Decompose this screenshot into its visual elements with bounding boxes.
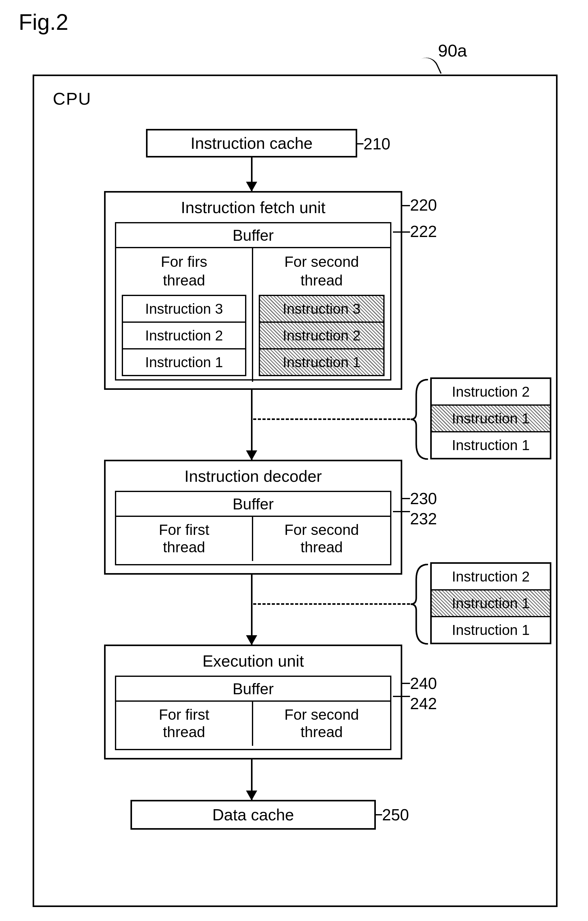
leader-240 — [402, 683, 410, 684]
decoder-title: Instruction decoder — [106, 461, 401, 488]
callout-222: 222 — [410, 222, 437, 241]
fetch-col2-item: Instruction 2 — [260, 323, 383, 350]
instruction-fetch-unit-block: Instruction fetch unit Buffer For firs t… — [104, 191, 402, 390]
leader-222 — [393, 231, 410, 233]
data-cache-block: Data cache — [130, 800, 376, 830]
fetch-col2-item: Instruction 3 — [260, 296, 383, 323]
brace-1 — [410, 379, 428, 460]
leader-220 — [402, 205, 410, 206]
leader-232 — [393, 511, 410, 512]
fetch-buffer-label: Buffer — [116, 223, 390, 248]
data-cache-label: Data cache — [212, 805, 294, 824]
decoder-col2: For secondthread — [253, 517, 390, 561]
leader-250 — [376, 814, 382, 815]
fetch-col1-header: For firs thread — [116, 251, 252, 293]
brace-2 — [410, 564, 428, 644]
cpu-box: CPU Instruction cache 210 Instruction fe… — [33, 75, 557, 907]
figure-label: Fig.2 — [19, 9, 68, 35]
fetch-col1-item: Instruction 1 — [123, 350, 245, 375]
side2-row: Instruction 1 — [432, 591, 550, 617]
callout-220: 220 — [410, 196, 437, 214]
exec-buffer-label: Buffer — [116, 677, 390, 702]
fetch-col-first-thread: For firs thread Instruction 3 Instructio… — [116, 248, 253, 382]
side1-row: Instruction 1 — [432, 406, 550, 433]
callout-232: 232 — [410, 509, 437, 528]
callout-210: 210 — [363, 135, 391, 153]
cpu-label: CPU — [53, 88, 91, 109]
fetch-col2-header: For second thread — [253, 251, 390, 293]
fetch-col1-stack: Instruction 3 Instruction 2 Instruction … — [122, 295, 246, 376]
callout-242: 242 — [410, 694, 437, 713]
decoder-buffer-label: Buffer — [116, 492, 390, 517]
side-group-2: Instruction 2 Instruction 1 Instruction … — [430, 562, 551, 644]
side1-row: Instruction 1 — [432, 433, 550, 458]
execution-unit-block: Execution unit Buffer For firstthread Fo… — [104, 644, 402, 760]
side1-row: Instruction 2 — [432, 379, 550, 406]
callout-250: 250 — [382, 805, 409, 824]
side-group-1: Instruction 2 Instruction 1 Instruction … — [430, 378, 551, 459]
dashed-line-1 — [253, 418, 410, 420]
fetch-columns: For firs thread Instruction 3 Instructio… — [116, 248, 390, 382]
decoder-buffer-box: Buffer For firstthread For secondthread — [115, 491, 391, 565]
side2-row: Instruction 2 — [432, 564, 550, 591]
fetch-title: Instruction fetch unit — [106, 193, 401, 219]
outer-ref-label: 90a — [438, 41, 467, 60]
leader-210 — [357, 143, 363, 145]
fetch-col1-item: Instruction 2 — [123, 323, 245, 350]
leader-242 — [393, 696, 410, 697]
fetch-col2-item: Instruction 1 — [260, 350, 383, 375]
leader-230 — [402, 498, 410, 499]
callout-240: 240 — [410, 674, 437, 693]
fetch-col1-item: Instruction 3 — [123, 296, 245, 323]
fetch-col-second-thread: For second thread Instruction 3 Instruct… — [253, 248, 390, 382]
exec-buffer-box: Buffer For firstthread For secondthread — [115, 675, 391, 750]
exec-col2: For secondthread — [253, 702, 390, 746]
decoder-columns: For firstthread For secondthread — [116, 517, 390, 561]
side2-row: Instruction 1 — [432, 617, 550, 643]
instruction-decoder-block: Instruction decoder Buffer For firstthre… — [104, 460, 402, 574]
exec-title: Execution unit — [106, 646, 401, 674]
fetch-col2-stack: Instruction 3 Instruction 2 Instruction … — [259, 295, 384, 376]
exec-col1: For firstthread — [116, 702, 253, 746]
decoder-col1: For firstthread — [116, 517, 253, 561]
exec-columns: For firstthread For secondthread — [116, 702, 390, 746]
fetch-buffer-box: Buffer For firs thread Instruction 3 Ins… — [115, 222, 391, 381]
callout-230: 230 — [410, 489, 437, 508]
instruction-cache-label: Instruction cache — [191, 134, 313, 153]
instruction-cache-block: Instruction cache — [146, 129, 357, 158]
dashed-line-2 — [253, 603, 410, 605]
